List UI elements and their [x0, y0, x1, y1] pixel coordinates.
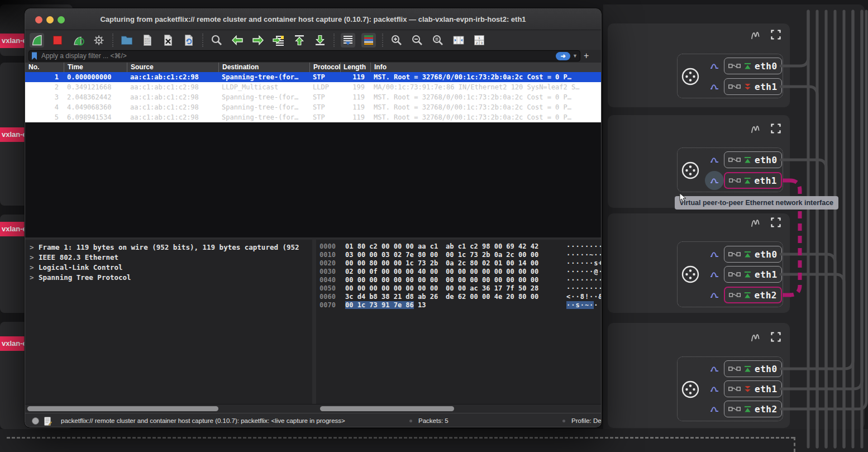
cell-source: aa:c1:ab:c1:c2:98 [127, 82, 218, 92]
status-bar: packetflix:// remote cluster and contain… [25, 413, 601, 427]
hex-row-highlighted[interactable]: 0070 00 1c 73 91 7e 86 13 ··s·~·· [316, 301, 602, 310]
cell-info: MA/00:1c:73:91:7e:86 IN/Ethernet2 120 Sy… [370, 82, 601, 92]
stop-capture-icon[interactable] [50, 33, 65, 47]
hex-row[interactable]: 005000 00 00 00 00 00 00 0000 00 ac 36 1… [316, 284, 602, 293]
column-header-no[interactable]: No. [25, 63, 64, 72]
detail-row-llc[interactable]: >Logical-Link Control [25, 263, 312, 273]
zoom-out-icon[interactable] [410, 33, 425, 47]
zoom-in-icon[interactable] [389, 33, 404, 47]
status-separator [562, 420, 565, 422]
cell-time: 0.000000000 [64, 72, 127, 82]
toolbar-separator [202, 34, 203, 47]
go-forward-icon[interactable] [251, 33, 265, 47]
packet-list: No. Time Source Destination Protocol Len… [25, 63, 601, 122]
packet-row-selected[interactable]: 1 0.000000000 aa:c1:ab:c1:c2:98 Spanning… [25, 72, 601, 82]
go-to-top-icon[interactable] [292, 33, 307, 47]
cell-destination: Spanning-tree-(for… [218, 72, 309, 82]
filter-dropdown-caret[interactable]: ▼ [573, 53, 578, 59]
detail-row-stp[interactable]: >Spanning Tree Protocol [25, 273, 312, 283]
bookmark-icon[interactable] [31, 52, 37, 60]
colorize-packets-icon[interactable] [361, 33, 376, 47]
detail-row-frame[interactable]: >Frame 1: 119 bytes on wire (952 bits), … [25, 242, 312, 253]
close-file-icon[interactable] [161, 33, 175, 47]
auto-scroll-icon[interactable] [341, 33, 355, 47]
hex-row[interactable]: 000001 80 c2 00 00 00 aa c1ab c1 c2 98 0… [316, 242, 602, 251]
expert-info-icon[interactable] [44, 417, 52, 426]
cell-length: 119 [340, 92, 370, 102]
hex-highlight: 00 1c 73 91 7e 86 [345, 301, 414, 309]
layout-chooser-icon[interactable]: 123 [472, 33, 487, 47]
display-filter-input[interactable] [40, 51, 556, 60]
find-packet-icon[interactable] [209, 33, 224, 47]
cell-destination: Spanning-tree-(for… [218, 102, 309, 112]
chevron-right-icon[interactable]: > [30, 263, 39, 273]
cell-destination: Spanning-tree-(for… [218, 92, 309, 102]
cell-length: 119 [340, 102, 370, 112]
apply-filter-button[interactable]: ➜ [556, 52, 570, 60]
chevron-right-icon[interactable]: > [30, 273, 39, 283]
go-back-icon[interactable] [230, 33, 245, 47]
detail-text: Logical-Link Control [39, 263, 123, 272]
go-to-bottom-icon[interactable] [313, 33, 327, 47]
capture-options-icon[interactable] [92, 33, 106, 47]
packet-row[interactable]: 4 4.049068360 aa:c1:ab:c1:c2:98 Spanning… [25, 102, 601, 112]
cell-source: aa:c1:ab:c1:c2:98 [127, 112, 218, 122]
capture-status-text: packetflix:// remote cluster and contain… [61, 413, 345, 427]
vertical-splitter[interactable] [312, 240, 316, 404]
wireshark-window: Capturing from packetflix:// remote clus… [25, 8, 602, 427]
details-hscrollbar[interactable] [27, 406, 218, 411]
hex-row[interactable]: 003002 00 0f 00 00 00 40 0000 00 00 00 0… [316, 268, 602, 276]
capture-file-properties-icon[interactable] [32, 417, 39, 425]
cell-info: MST. Root = 32768/0/00:1c:73:2b:0a:2c Co… [370, 92, 601, 102]
toolbar-separator [112, 34, 113, 47]
column-header-time[interactable]: Time [64, 63, 127, 72]
cell-time: 6.098941534 [64, 112, 127, 122]
go-to-packet-icon[interactable] [271, 33, 286, 47]
svg-text:0111: 0111 [145, 42, 150, 45]
column-header-protocol[interactable]: Protocol [309, 63, 340, 72]
zoom-reset-icon[interactable] [431, 33, 445, 47]
packet-row[interactable]: 2 0.349121668 aa:c1:ab:c1:c2:98 LLDP_Mul… [25, 82, 601, 92]
packet-row[interactable]: 5 6.098941534 aa:c1:ab:c1:c2:98 Spanning… [25, 112, 601, 122]
detail-row-ethernet[interactable]: >IEEE 802.3 Ethernet [25, 253, 312, 263]
cell-source: aa:c1:ab:c1:c2:98 [127, 92, 218, 102]
start-capture-icon[interactable] [30, 33, 44, 47]
cell-protocol: STP [309, 92, 340, 102]
status-separator [409, 420, 412, 422]
toolbar-separator [382, 34, 383, 47]
cell-protocol: STP [309, 102, 340, 112]
column-header-destination[interactable]: Destination [218, 63, 309, 72]
hex-row[interactable]: 002000 00 80 00 00 1c 73 2b0a 2c 80 02 0… [316, 259, 602, 268]
hex-row[interactable]: 001003 00 00 03 02 7e 80 0000 1c 73 2b 0… [316, 251, 602, 259]
cell-length: 119 [340, 112, 370, 122]
chevron-right-icon[interactable]: > [30, 253, 39, 263]
packet-list-header: No. Time Source Destination Protocol Len… [25, 63, 601, 72]
hex-hscrollbar[interactable] [320, 406, 454, 411]
detail-text: Spanning Tree Protocol [39, 273, 131, 282]
chevron-right-icon[interactable]: > [30, 242, 39, 253]
column-header-source[interactable]: Source [127, 63, 218, 72]
packet-row[interactable]: 3 2.048362442 aa:c1:ab:c1:c2:98 Spanning… [25, 92, 601, 102]
detail-text: Frame 1: 119 bytes on wire (952 bits), 1… [39, 243, 299, 251]
display-filter-field[interactable]: ➜ ▼ [28, 50, 580, 61]
column-header-info[interactable]: Info [370, 63, 601, 72]
restart-capture-icon[interactable] [71, 33, 85, 47]
save-file-icon[interactable]: 010101100111 [140, 33, 155, 47]
cell-protocol: LLDP [309, 82, 340, 92]
cursor-pointer [679, 193, 687, 203]
cell-no: 5 [25, 112, 64, 122]
cell-info: MST. Root = 32768/0/00:1c:73:2b:0a:2c Co… [370, 72, 601, 82]
column-header-length[interactable]: Length [340, 63, 370, 72]
profile-label[interactable]: Profile: Default [571, 413, 602, 427]
screen: eth0 eth1 eth0 eth1 eth0 eth1 eth2 eth0 [0, 0, 868, 452]
add-filter-button[interactable]: + [584, 51, 589, 61]
cell-no: 3 [25, 92, 64, 102]
cell-info: MST. Root = 32768/0/00:1c:73:2b:0a:2c Co… [370, 102, 601, 112]
hex-row[interactable]: 004000 00 00 00 00 00 00 0000 00 00 00 0… [316, 276, 602, 284]
resize-columns-icon[interactable] [451, 33, 466, 47]
reload-file-icon[interactable] [182, 33, 196, 47]
open-file-icon[interactable] [120, 33, 134, 47]
hex-row[interactable]: 00603c d4 b8 38 21 d8 ab 26de 62 00 00 4… [316, 293, 602, 301]
title-bar[interactable]: Capturing from packetflix:// remote clus… [25, 9, 601, 30]
main-toolbar: 010101100111 123 [25, 30, 601, 50]
